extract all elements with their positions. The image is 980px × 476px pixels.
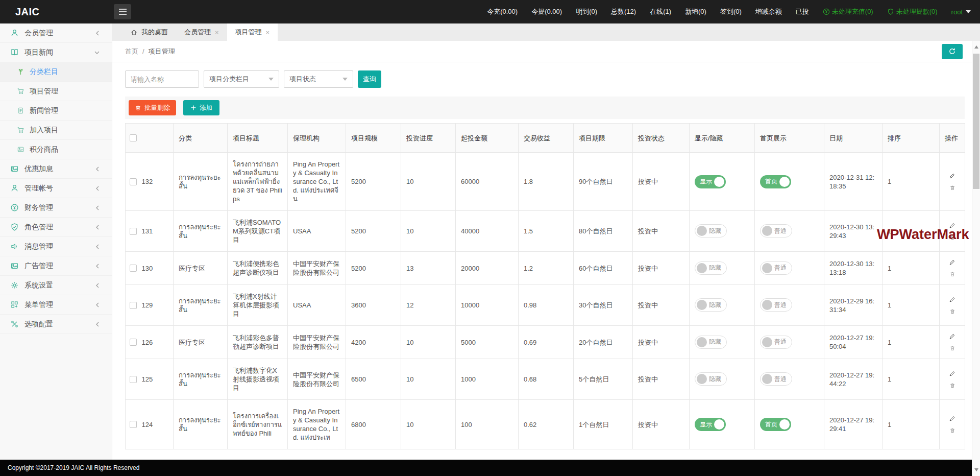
edit-icon[interactable] bbox=[949, 415, 955, 422]
row-checkbox[interactable] bbox=[130, 228, 137, 235]
pending-recharge-link[interactable]: 未处理充值(0) bbox=[823, 7, 873, 16]
sidebar-item-finance[interactable]: 财务管理 bbox=[0, 198, 112, 218]
row-checkbox-cell bbox=[126, 153, 139, 211]
show-hide-toggle[interactable]: 显示 bbox=[695, 175, 726, 188]
row-checkbox-cell bbox=[126, 211, 139, 252]
speaker-icon bbox=[10, 242, 19, 251]
cell-agency: 中国平安财产保险股份有限公司 bbox=[288, 326, 346, 359]
category-select[interactable]: 项目分类栏目 bbox=[204, 70, 279, 88]
vertical-scrollbar[interactable] bbox=[972, 41, 980, 476]
stat-invested[interactable]: 已投 bbox=[796, 7, 809, 16]
delete-icon[interactable] bbox=[949, 308, 955, 315]
row-checkbox[interactable] bbox=[130, 265, 137, 272]
delete-icon[interactable] bbox=[949, 383, 955, 389]
edit-icon[interactable] bbox=[949, 370, 955, 377]
sidebar-item-messages[interactable]: 消息管理 bbox=[0, 237, 112, 256]
scrollbar-down-arrow-icon[interactable] bbox=[974, 468, 978, 471]
homepage-toggle[interactable]: 普通 bbox=[760, 261, 792, 275]
sidebar-item-category-columns[interactable]: 分类栏目 bbox=[0, 62, 112, 82]
show-hide-toggle[interactable]: 隐藏 bbox=[695, 224, 727, 237]
show-hide-toggle[interactable]: 隐藏 bbox=[695, 298, 727, 312]
homepage-toggle[interactable]: 首页 bbox=[760, 418, 791, 431]
show-hide-toggle[interactable]: 显示 bbox=[695, 418, 726, 431]
homepage-toggle[interactable]: 普通 bbox=[760, 224, 792, 237]
status-select[interactable]: 项目状态 bbox=[284, 70, 353, 88]
sidebar-item-join-project[interactable]: 加入项目 bbox=[0, 121, 112, 140]
row-checkbox[interactable] bbox=[130, 302, 137, 309]
projects-table: 分类 项目标题 保理机构 项目规模 投资进度 起投金额 交易收益 项目期限 投资… bbox=[125, 123, 965, 449]
cell-actions bbox=[940, 252, 965, 285]
homepage-toggle[interactable]: 普通 bbox=[760, 336, 792, 349]
tab-my-desktop[interactable]: 我的桌面 bbox=[122, 23, 176, 41]
show-hide-toggle[interactable]: 隐藏 bbox=[695, 261, 727, 275]
edit-icon[interactable] bbox=[949, 173, 955, 179]
cell-progress: 10 bbox=[401, 400, 456, 449]
stat-online: 在线(1) bbox=[650, 7, 671, 16]
batch-delete-button[interactable]: 批量删除 bbox=[129, 100, 176, 115]
delete-icon[interactable] bbox=[949, 185, 955, 191]
edit-icon[interactable] bbox=[949, 333, 955, 340]
cell-category: การลงทุนระยะสั้น bbox=[174, 285, 228, 326]
column-header-min-invest: 起投金额 bbox=[456, 124, 519, 153]
breadcrumb-home-link[interactable]: 首页 bbox=[125, 47, 138, 56]
cell-category: การลงทุนระยะสั้น bbox=[174, 211, 228, 252]
cell-status: 投资中 bbox=[633, 359, 690, 400]
tab-project-management[interactable]: 项目管理 × bbox=[227, 23, 278, 41]
close-icon[interactable]: × bbox=[215, 29, 219, 36]
sidebar-item-options-config[interactable]: 选项配置 bbox=[0, 315, 112, 334]
sidebar-toggle-button[interactable] bbox=[114, 4, 131, 19]
edit-icon[interactable] bbox=[949, 296, 955, 303]
row-checkbox-cell bbox=[126, 285, 139, 326]
sidebar-item-project-management[interactable]: 项目管理 bbox=[0, 82, 112, 101]
select-all-checkbox[interactable] bbox=[130, 134, 137, 141]
edit-icon[interactable] bbox=[949, 259, 955, 266]
add-button[interactable]: 添加 bbox=[183, 100, 219, 115]
user-menu[interactable]: root bbox=[951, 8, 971, 16]
stat-balance-adjust[interactable]: 增减余额 bbox=[755, 7, 782, 16]
cell-date: 2020-12-27 19:29:41 bbox=[824, 400, 883, 449]
tab-member-management[interactable]: 会员管理 × bbox=[176, 23, 227, 41]
homepage-toggle[interactable]: 首页 bbox=[760, 175, 791, 188]
sidebar: 会员管理 项目新闻 分类栏目 项目管理 新闻管理 加入项目 积分商品 bbox=[0, 23, 112, 460]
cell-actions bbox=[940, 400, 965, 449]
cell-title: 飞利浦SOMATOM系列双源CT项目 bbox=[228, 211, 288, 252]
show-hide-toggle[interactable]: 隐藏 bbox=[695, 336, 727, 349]
shield-check-icon bbox=[10, 223, 19, 231]
chevron-down-icon bbox=[342, 78, 348, 81]
show-hide-toggle[interactable]: 隐藏 bbox=[695, 372, 727, 386]
refresh-icon bbox=[948, 47, 956, 55]
sidebar-item-roles[interactable]: 角色管理 bbox=[0, 218, 112, 237]
pending-withdraw-link[interactable]: 未处理提款(0) bbox=[887, 7, 938, 16]
chevron-left-icon bbox=[95, 244, 100, 249]
cell-homepage: 普通 bbox=[755, 359, 824, 400]
row-checkbox[interactable] bbox=[130, 339, 137, 346]
sidebar-item-admin-accounts[interactable]: 管理帐号 bbox=[0, 179, 112, 198]
search-button[interactable]: 查询 bbox=[358, 70, 381, 88]
sidebar-item-system-settings[interactable]: 系统设置 bbox=[0, 276, 112, 295]
delete-icon[interactable] bbox=[949, 271, 955, 277]
row-checkbox[interactable] bbox=[130, 178, 137, 185]
row-checkbox[interactable] bbox=[130, 376, 137, 383]
cell-homepage: 首页 bbox=[755, 400, 824, 449]
refresh-button[interactable] bbox=[942, 44, 963, 59]
cell-homepage: 首页 bbox=[755, 153, 824, 211]
sidebar-item-project-news[interactable]: 项目新闻 bbox=[0, 43, 112, 62]
sidebar-item-bonus-interest[interactable]: 优惠加息 bbox=[0, 159, 112, 179]
delete-icon[interactable] bbox=[949, 427, 955, 434]
cell-duration: 80个自然日 bbox=[574, 211, 633, 252]
sidebar-item-news-management[interactable]: 新闻管理 bbox=[0, 101, 112, 121]
name-search-input[interactable] bbox=[125, 70, 199, 88]
image-icon bbox=[17, 146, 24, 153]
homepage-toggle[interactable]: 普通 bbox=[760, 298, 792, 312]
row-checkbox[interactable] bbox=[130, 421, 137, 428]
homepage-toggle[interactable]: 普通 bbox=[760, 372, 792, 386]
cell-homepage: 普通 bbox=[755, 252, 824, 285]
scrollbar-thumb[interactable] bbox=[973, 54, 979, 189]
sidebar-item-points-goods[interactable]: 积分商品 bbox=[0, 140, 112, 159]
scrollbar-up-arrow-icon[interactable] bbox=[974, 45, 978, 49]
sidebar-item-ads[interactable]: 广告管理 bbox=[0, 256, 112, 276]
delete-icon[interactable] bbox=[949, 345, 955, 351]
sidebar-item-menu-management[interactable]: 菜单管理 bbox=[0, 295, 112, 315]
sidebar-item-member-management[interactable]: 会员管理 bbox=[0, 23, 112, 43]
close-icon[interactable]: × bbox=[266, 29, 270, 36]
